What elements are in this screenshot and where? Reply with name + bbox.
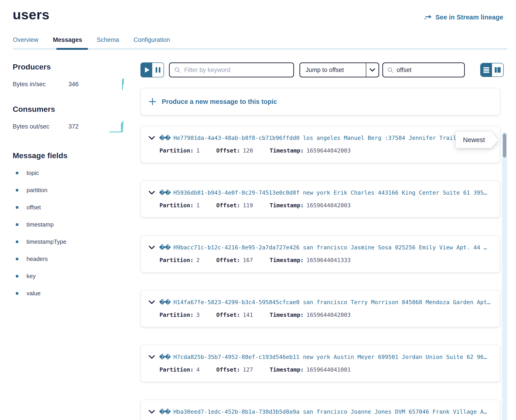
expand-chevron-icon[interactable] (149, 136, 155, 140)
newest-position-tooltip: Newest (456, 132, 492, 148)
timestamp-value: 1659644042003 (307, 312, 351, 318)
field-bullet-icon (16, 206, 18, 209)
jump-to-offset-select[interactable]: Jump to offset (300, 62, 379, 77)
timestamp-value: 1659644041333 (307, 257, 351, 263)
offset-label: Offset: (216, 257, 240, 263)
message-list-scrollbar-track[interactable] (502, 132, 507, 420)
message-row[interactable]: �� He77981da-4a43-48ab-b8f8-cb71b96ffdd0… (140, 126, 500, 163)
play-button[interactable] (141, 63, 152, 77)
offset-search-input[interactable] (396, 66, 477, 74)
field-label: key (26, 273, 36, 280)
message-fields-heading: Message fields (13, 151, 128, 160)
field-bullet-icon (16, 223, 18, 226)
message-meta: Partition:3 Offset:141 Timestamp:1659644… (160, 312, 494, 318)
partition-value: 1 (196, 202, 200, 209)
field-label: headers (26, 255, 48, 262)
split-view-button[interactable] (492, 63, 503, 76)
keyword-filter-input[interactable] (184, 66, 289, 74)
message-row[interactable]: �� Hba30eed7-1edc-452b-8b1a-738d3b5d8a9a… (140, 400, 500, 420)
message-row[interactable]: �� H9bacc71c-b12c-4216-8e95-2a7da727e426… (140, 235, 500, 272)
message-row[interactable]: �� H7cda825b-35b7-4952-88ef-c193d546eb11… (140, 345, 500, 382)
page-header: users See in Stream lineage (0, 0, 516, 22)
bytes-in-sparkline (109, 78, 128, 91)
expand-chevron-icon[interactable] (149, 246, 155, 250)
field-bullet-icon (16, 258, 18, 260)
message-meta: Partition:1 Offset:119 Timestamp:1659644… (160, 202, 494, 209)
plus-icon (149, 98, 156, 105)
partition-label: Partition: (160, 312, 194, 318)
field-item-offset[interactable]: offset (13, 204, 128, 211)
key-unknown-glyph-icon: �� (159, 353, 170, 360)
search-icon (387, 67, 393, 73)
offset-label: Offset: (216, 147, 240, 154)
live-consume-toggle (140, 62, 164, 77)
offset-value: 167 (243, 257, 253, 263)
timestamp-label: Timestamp: (270, 312, 304, 318)
field-item-headers[interactable]: headers (13, 255, 128, 262)
stream-lineage-link[interactable]: See in Stream lineage (424, 14, 503, 21)
tab-bar: Overview Messages Schema Configuration (0, 37, 516, 50)
message-row[interactable]: �� H5936db81-b943-4e0f-8c29-74513e0c0d8f… (140, 180, 500, 218)
message-preview: H7cda825b-35b7-4952-88ef-c193d546eb11 ne… (173, 354, 487, 360)
offset-search (382, 62, 465, 77)
pause-icon (159, 67, 160, 73)
offset-value: 119 (243, 202, 253, 209)
message-meta: Partition:4 Offset:127 Timestamp:1659644… (160, 366, 494, 373)
messages-toolbar: Jump to offset (140, 62, 504, 77)
field-item-topic[interactable]: topic (13, 170, 128, 177)
list-view-icon (483, 67, 490, 73)
message-preview: Hba30eed7-1edc-452b-8b1a-738d3b5d8a9a sa… (173, 408, 487, 415)
page-title: users (13, 7, 50, 22)
field-label: partition (26, 187, 47, 194)
field-label: value (26, 290, 40, 297)
expand-chevron-icon[interactable] (149, 191, 155, 195)
timestamp-label: Timestamp: (270, 147, 304, 154)
field-bullet-icon (16, 292, 18, 295)
field-label: offset (26, 204, 41, 211)
produce-message-label: Produce a new message to this topic (162, 98, 277, 105)
key-unknown-glyph-icon: �� (159, 135, 170, 142)
message-list-scrollbar-thumb[interactable] (503, 134, 506, 158)
partition-label: Partition: (160, 147, 194, 154)
producers-heading: Producers (13, 62, 128, 71)
bytes-in-label: Bytes in/sec (13, 81, 69, 88)
field-label: topic (26, 170, 39, 177)
view-mode-toggle (480, 63, 504, 77)
field-item-partition[interactable]: partition (13, 187, 128, 194)
message-fields-list: topic partition offset timestamp timesta… (13, 170, 128, 297)
key-unknown-glyph-icon: �� (159, 189, 170, 196)
field-item-timestamp[interactable]: timestamp (13, 221, 128, 228)
dashed-arrow-icon (424, 14, 432, 21)
field-item-timestampType[interactable]: timestampType (13, 238, 128, 245)
key-unknown-glyph-icon: �� (159, 299, 170, 306)
timestamp-value: 1659644042003 (307, 147, 351, 154)
field-bullet-icon (16, 240, 18, 243)
bytes-out-metric: Bytes out/sec 372 (13, 120, 128, 133)
newest-tooltip-label: Newest (456, 132, 492, 148)
message-meta: Partition:2 Offset:167 Timestamp:1659644… (160, 257, 494, 263)
pause-button[interactable] (152, 63, 163, 77)
expand-chevron-icon[interactable] (149, 410, 155, 414)
field-item-key[interactable]: key (13, 273, 128, 280)
expand-chevron-icon[interactable] (149, 300, 155, 304)
timestamp-value: 1659644041001 (307, 366, 351, 373)
key-unknown-glyph-icon: �� (159, 408, 170, 415)
message-meta: Partition:1 Offset:120 Timestamp:1659644… (160, 147, 494, 154)
message-row[interactable]: �� H14fa67fe-5823-4299-b3c4-595845cfcae0… (140, 290, 500, 327)
bytes-out-sparkline (109, 120, 128, 133)
field-item-value[interactable]: value (13, 290, 128, 297)
partition-value: 1 (196, 147, 200, 154)
offset-value: 120 (243, 147, 253, 154)
chevron-down-icon (366, 63, 378, 77)
partition-label: Partition: (160, 202, 194, 209)
expand-chevron-icon[interactable] (149, 355, 155, 359)
produce-message-button[interactable]: Produce a new message to this topic (140, 88, 500, 115)
list-view-button[interactable] (481, 63, 492, 76)
bytes-out-label: Bytes out/sec (13, 123, 69, 130)
partition-value: 2 (196, 257, 200, 263)
message-preview: H5936db81-b943-4e0f-8c29-74513e0c0d8f ne… (173, 189, 487, 196)
content: Producers Bytes in/sec 346 Consumers Byt… (0, 62, 516, 420)
offset-label: Offset: (216, 366, 240, 373)
bytes-in-value: 346 (69, 81, 109, 88)
search-icon (174, 67, 181, 73)
